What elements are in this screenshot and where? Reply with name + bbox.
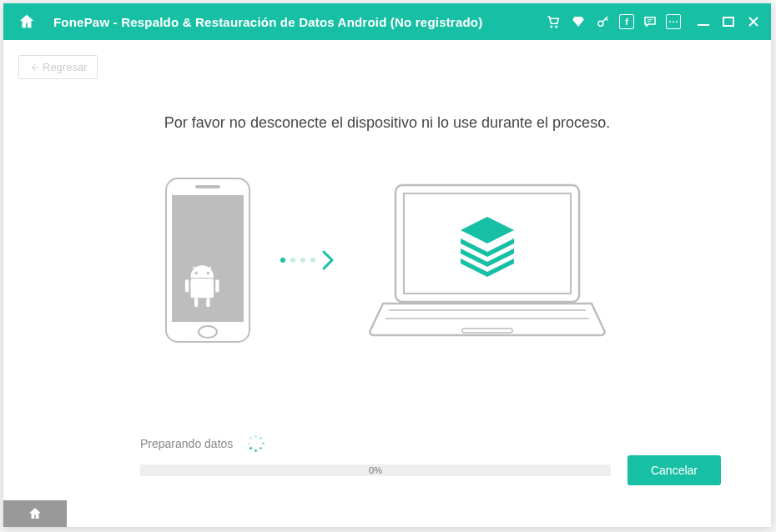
app-window: FonePaw - Respaldo & Restauración de Dat…: [3, 3, 771, 527]
titlebar-actions: f: [544, 13, 763, 31]
svg-point-18: [207, 272, 209, 274]
svg-rect-6: [698, 24, 709, 26]
svg-rect-7: [723, 18, 733, 26]
back-label: Regresar: [43, 61, 87, 73]
maximize-button[interactable]: [719, 13, 738, 31]
svg-point-0: [551, 26, 552, 28]
svg-rect-14: [215, 279, 219, 292]
facebook-icon[interactable]: f: [619, 14, 634, 29]
phone-illustration: [162, 177, 254, 344]
home-icon: [28, 506, 43, 521]
diamond-icon[interactable]: [569, 13, 587, 31]
progress-bar: 0%: [140, 464, 611, 476]
home-button[interactable]: [12, 7, 42, 37]
svg-rect-13: [185, 279, 189, 292]
svg-point-5: [676, 21, 678, 23]
footer-home-button[interactable]: [3, 500, 67, 527]
progress-percent: 0%: [369, 465, 382, 475]
svg-rect-16: [206, 298, 209, 307]
content-area: Regresar Por favor no desconecte el disp…: [3, 40, 771, 527]
status-row: Preparando datos: [140, 435, 265, 452]
svg-point-4: [673, 21, 674, 23]
svg-rect-25: [462, 329, 512, 333]
svg-rect-10: [195, 185, 220, 188]
cancel-button[interactable]: Cancelar: [627, 455, 721, 485]
svg-rect-12: [191, 279, 214, 298]
close-button[interactable]: [744, 13, 763, 31]
back-button: Regresar: [18, 55, 98, 79]
more-icon[interactable]: [666, 14, 681, 29]
transfer-indicator: [280, 249, 335, 271]
transfer-dot: [280, 258, 285, 263]
home-icon: [18, 13, 36, 31]
chevron-right-icon: [320, 249, 335, 271]
arrow-left-icon: [29, 63, 39, 73]
key-icon[interactable]: [594, 13, 612, 31]
titlebar: FonePaw - Respaldo & Restauración de Dat…: [3, 3, 771, 40]
svg-point-17: [194, 272, 197, 274]
svg-point-2: [598, 21, 603, 26]
illustration: [18, 177, 756, 344]
svg-point-1: [556, 26, 557, 28]
spinner-icon: [248, 435, 265, 452]
instruction-text: Por favor no desconecte el dispositivo n…: [18, 114, 756, 132]
minimize-button[interactable]: [694, 13, 713, 31]
status-label: Preparando datos: [140, 437, 233, 450]
svg-rect-15: [194, 298, 198, 307]
progress-row: 0% Cancelar: [140, 455, 721, 485]
svg-point-3: [669, 21, 671, 23]
transfer-dot: [310, 258, 315, 263]
transfer-dot: [300, 258, 305, 263]
cart-icon[interactable]: [544, 13, 562, 31]
transfer-dot: [290, 258, 295, 263]
feedback-icon[interactable]: [641, 13, 659, 31]
svg-point-11: [199, 326, 217, 338]
window-title: FonePaw - Respaldo & Restauración de Dat…: [53, 15, 482, 29]
laptop-illustration: [362, 177, 612, 344]
